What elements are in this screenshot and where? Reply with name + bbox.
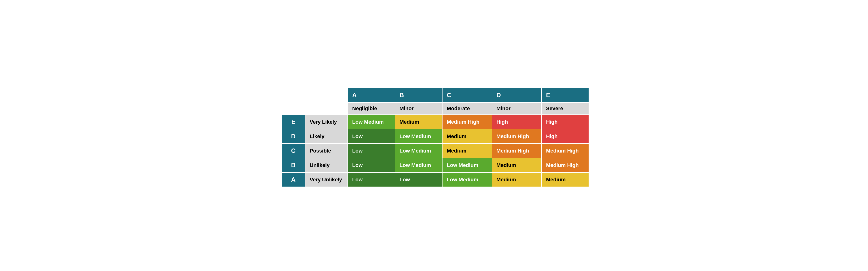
table-row: AVery UnlikelyLowLowLow MediumMediumMedi… bbox=[282, 172, 589, 187]
risk-cell-rowA-col1: Low bbox=[395, 172, 442, 187]
main-container: A B C D E Negligible Minor Moderate Mino… bbox=[281, 84, 589, 187]
risk-cell-rowB-col4: Medium High bbox=[541, 158, 589, 172]
risk-cell-rowC-col2: Medium bbox=[442, 144, 492, 158]
col-header-E: E bbox=[541, 88, 589, 102]
risk-cell-rowB-col0: Low bbox=[348, 158, 395, 172]
corner-empty-4 bbox=[305, 102, 348, 115]
col-sublabel-D: Minor bbox=[492, 102, 541, 115]
risk-cell-rowB-col2: Low Medium bbox=[442, 158, 492, 172]
header-sublabel-row: Negligible Minor Moderate Minor Severe bbox=[282, 102, 589, 115]
col-sublabel-E: Severe bbox=[541, 102, 589, 115]
col-sublabel-C: Moderate bbox=[442, 102, 492, 115]
risk-cell-rowC-col1: Low Medium bbox=[395, 144, 442, 158]
table-row: CPossibleLowLow MediumMediumMedium HighM… bbox=[282, 144, 589, 158]
row-label-A: Very Unlikely bbox=[305, 172, 348, 187]
table-row: EVery LikelyLow MediumMediumMedium HighH… bbox=[282, 115, 589, 129]
risk-cell-rowB-col3: Medium bbox=[492, 158, 541, 172]
risk-matrix-table: A B C D E Negligible Minor Moderate Mino… bbox=[281, 88, 589, 187]
risk-cell-rowE-col3: High bbox=[492, 115, 541, 129]
col-header-B: B bbox=[395, 88, 442, 102]
risk-cell-rowD-col2: Medium bbox=[442, 129, 492, 144]
row-label-B: Unlikely bbox=[305, 158, 348, 172]
risk-cell-rowD-col4: High bbox=[541, 129, 589, 144]
row-letter-A: A bbox=[282, 172, 305, 187]
corner-empty-3 bbox=[282, 102, 305, 115]
row-letter-C: C bbox=[282, 144, 305, 158]
row-label-D: Likely bbox=[305, 129, 348, 144]
risk-cell-rowC-col4: Medium High bbox=[541, 144, 589, 158]
risk-cell-rowC-col3: Medium High bbox=[492, 144, 541, 158]
risk-cell-rowA-col0: Low bbox=[348, 172, 395, 187]
row-letter-D: D bbox=[282, 129, 305, 144]
risk-cell-rowA-col3: Medium bbox=[492, 172, 541, 187]
row-letter-B: B bbox=[282, 158, 305, 172]
risk-cell-rowD-col1: Low Medium bbox=[395, 129, 442, 144]
header-letter-row: A B C D E bbox=[282, 88, 589, 102]
risk-cell-rowB-col1: Low Medium bbox=[395, 158, 442, 172]
table-row: DLikelyLowLow MediumMediumMedium HighHig… bbox=[282, 129, 589, 144]
row-label-C: Possible bbox=[305, 144, 348, 158]
risk-cell-rowE-col0: Low Medium bbox=[348, 115, 395, 129]
risk-cell-rowD-col0: Low bbox=[348, 129, 395, 144]
col-header-A: A bbox=[348, 88, 395, 102]
col-header-C: C bbox=[442, 88, 492, 102]
risk-cell-rowA-col4: Medium bbox=[541, 172, 589, 187]
corner-empty-2 bbox=[305, 88, 348, 102]
risk-cell-rowE-col4: High bbox=[541, 115, 589, 129]
col-sublabel-B: Minor bbox=[395, 102, 442, 115]
row-letter-E: E bbox=[282, 115, 305, 129]
outer-container: A B C D E Negligible Minor Moderate Mino… bbox=[279, 84, 589, 187]
corner-empty-1 bbox=[282, 88, 305, 102]
risk-cell-rowC-col0: Low bbox=[348, 144, 395, 158]
col-sublabel-A: Negligible bbox=[348, 102, 395, 115]
risk-cell-rowD-col3: Medium High bbox=[492, 129, 541, 144]
risk-cell-rowE-col1: Medium bbox=[395, 115, 442, 129]
risk-cell-rowE-col2: Medium High bbox=[442, 115, 492, 129]
col-header-D: D bbox=[492, 88, 541, 102]
table-row: BUnlikelyLowLow MediumLow MediumMediumMe… bbox=[282, 158, 589, 172]
row-label-E: Very Likely bbox=[305, 115, 348, 129]
risk-cell-rowA-col2: Low Medium bbox=[442, 172, 492, 187]
